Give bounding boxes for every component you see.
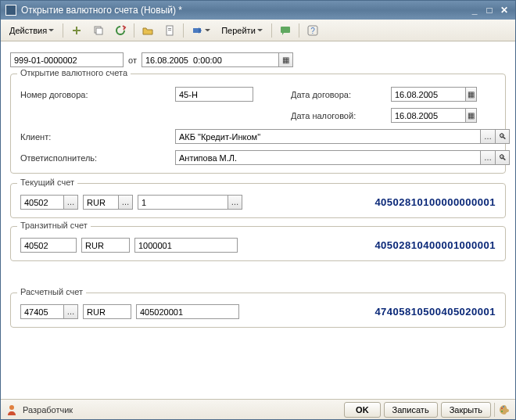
close-window-button[interactable]: ✕ bbox=[498, 5, 511, 16]
select-button[interactable]: … bbox=[480, 129, 495, 144]
search-icon[interactable]: 🔍︎ bbox=[495, 129, 510, 144]
current-full-account: 40502810100000000001 bbox=[374, 196, 496, 208]
responsible-label: Ответисполнитель: bbox=[20, 153, 169, 163]
select-button[interactable]: … bbox=[118, 195, 133, 210]
tax-date-input[interactable] bbox=[391, 108, 465, 123]
goto-menu[interactable]: Перейти bbox=[216, 22, 268, 39]
current-account-fieldset: Текущий счет … … … 40502810100000000001 bbox=[10, 183, 506, 218]
tax-date-label: Дата налоговой: bbox=[291, 111, 385, 120]
separator bbox=[183, 23, 184, 38]
calendar-icon[interactable]: ▦ bbox=[465, 108, 477, 123]
settlement-currency-input[interactable] bbox=[83, 304, 131, 319]
window-title: Открытие валютного счета (Новый) * bbox=[21, 5, 468, 16]
contract-date-input[interactable] bbox=[391, 87, 465, 102]
select-button[interactable]: … bbox=[228, 195, 242, 210]
user-icon bbox=[5, 404, 18, 416]
process-button[interactable] bbox=[187, 22, 214, 39]
svg-point-13 bbox=[503, 406, 504, 407]
toolbar: Действия Перейти ? bbox=[1, 20, 515, 41]
maximize-button[interactable]: □ bbox=[483, 5, 496, 16]
responsible-input[interactable] bbox=[175, 150, 480, 165]
separator bbox=[299, 23, 299, 38]
actions-menu[interactable]: Действия bbox=[4, 22, 59, 39]
titlebar: Открытие валютного счета (Новый) * _ □ ✕ bbox=[1, 1, 515, 20]
separator bbox=[63, 23, 63, 38]
transit-account-fieldset: Транзитный счет 40502810400001000001 bbox=[10, 226, 506, 261]
document-button[interactable] bbox=[159, 22, 180, 39]
svg-rect-1 bbox=[73, 30, 81, 31]
search-icon[interactable]: 🔍︎ bbox=[495, 150, 510, 165]
settlement-full-account: 47405810500405020001 bbox=[374, 306, 496, 318]
copy-button[interactable] bbox=[88, 22, 109, 39]
current-seq-input[interactable] bbox=[138, 195, 228, 210]
dropdown-icon bbox=[205, 27, 210, 33]
transit-code-input[interactable] bbox=[20, 238, 77, 253]
client-input[interactable] bbox=[175, 129, 480, 144]
select-button[interactable]: … bbox=[63, 195, 78, 210]
from-label: от bbox=[128, 56, 137, 65]
close-button[interactable]: Закрыть bbox=[441, 402, 491, 418]
palette-icon[interactable] bbox=[498, 404, 511, 416]
current-currency-input[interactable] bbox=[83, 195, 118, 210]
refresh-button[interactable] bbox=[110, 22, 131, 39]
settlement-account-fieldset: Расчетный счет … 47405810500405020001 bbox=[10, 293, 506, 328]
opening-fieldset: Открытие валютного счета Номер договора:… bbox=[10, 74, 506, 174]
svg-rect-6 bbox=[168, 30, 171, 31]
opening-legend: Открытие валютного счета bbox=[17, 68, 131, 77]
window: Открытие валютного счета (Новый) * _ □ ✕… bbox=[0, 0, 516, 420]
folder-button[interactable] bbox=[138, 22, 158, 39]
transit-full-account: 40502810400001000001 bbox=[374, 239, 496, 251]
svg-point-11 bbox=[9, 405, 14, 410]
transit-currency-input[interactable] bbox=[81, 238, 130, 253]
svg-rect-3 bbox=[96, 28, 102, 34]
help-button[interactable]: ? bbox=[303, 22, 323, 39]
contract-num-input[interactable] bbox=[175, 87, 253, 102]
separator bbox=[134, 23, 134, 38]
transit-seq-input[interactable] bbox=[134, 238, 238, 253]
svg-rect-8 bbox=[281, 27, 290, 33]
app-icon bbox=[5, 5, 16, 16]
chat-button[interactable] bbox=[275, 22, 296, 39]
calendar-icon[interactable]: ▦ bbox=[278, 52, 293, 67]
current-legend: Текущий счет bbox=[17, 178, 77, 187]
document-number-input[interactable] bbox=[10, 52, 124, 67]
separator bbox=[494, 403, 495, 417]
select-button[interactable]: … bbox=[480, 150, 495, 165]
svg-point-14 bbox=[501, 411, 503, 412]
statusbar: Разработчик OK Записать Закрыть bbox=[1, 399, 515, 419]
write-button[interactable]: Записать bbox=[384, 402, 438, 418]
svg-rect-5 bbox=[168, 28, 171, 29]
current-code-input[interactable] bbox=[20, 195, 63, 210]
svg-point-12 bbox=[501, 407, 503, 409]
dropdown-icon bbox=[48, 27, 54, 33]
developer-label: Разработчик bbox=[23, 405, 73, 415]
separator bbox=[271, 23, 272, 38]
calendar-icon[interactable]: ▦ bbox=[465, 87, 477, 102]
svg-text:?: ? bbox=[310, 27, 315, 35]
goto-label: Перейти bbox=[221, 26, 256, 35]
select-button[interactable]: … bbox=[63, 304, 78, 319]
dropdown-icon bbox=[257, 27, 263, 33]
document-date-input[interactable] bbox=[142, 52, 278, 67]
settlement-code-input[interactable] bbox=[20, 304, 63, 319]
minimize-button[interactable]: _ bbox=[468, 5, 481, 16]
content-area: от ▦ Открытие валютного счета Номер дого… bbox=[1, 41, 515, 399]
client-label: Клиент: bbox=[20, 132, 169, 142]
add-button[interactable] bbox=[66, 22, 87, 39]
settlement-legend: Расчетный счет bbox=[17, 287, 86, 296]
contract-num-label: Номер договора: bbox=[20, 90, 169, 99]
ok-button[interactable]: OK bbox=[344, 402, 381, 418]
transit-legend: Транзитный счет bbox=[17, 221, 91, 230]
actions-label: Действия bbox=[9, 26, 47, 35]
contract-date-label: Дата договора: bbox=[291, 90, 385, 99]
settlement-seq-input[interactable] bbox=[136, 304, 239, 319]
